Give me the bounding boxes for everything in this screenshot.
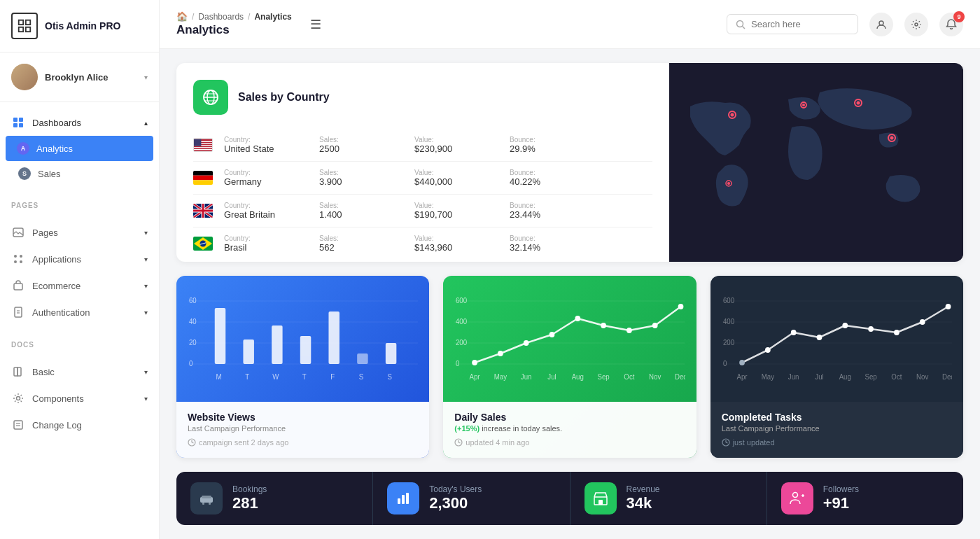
search-box[interactable] — [727, 14, 858, 34]
store-icon — [584, 482, 617, 514]
website-views-meta: campaign sent 2 days ago — [188, 438, 418, 447]
sidebar-item-basic[interactable]: Basic ▾ — [0, 358, 159, 385]
revenue-info: Revenue 34k — [626, 484, 660, 512]
svg-point-152 — [792, 492, 797, 497]
flag-br — [193, 237, 213, 251]
svg-rect-0 — [19, 20, 23, 24]
value-col: Value: $190,700 — [414, 202, 498, 220]
search-input[interactable] — [751, 19, 849, 29]
sales-col: Sales: 1.400 — [319, 202, 403, 220]
svg-text:S: S — [359, 373, 364, 381]
docs-section-label: DOCS — [0, 332, 159, 351]
completed-tasks-title: Completed Tasks — [722, 412, 952, 423]
svg-point-129 — [919, 319, 925, 325]
sales-country-title: Sales by Country — [238, 91, 330, 104]
analytics-label: Analytics — [36, 144, 73, 154]
stat-today-users: Today's Users 2,300 — [373, 472, 570, 525]
svg-point-100 — [652, 323, 658, 328]
svg-text:T: T — [245, 373, 249, 381]
stat-followers: Followers +91 — [767, 472, 963, 525]
breadcrumb-dashboards[interactable]: Dashboards — [198, 12, 244, 22]
apps-icon — [11, 252, 25, 266]
svg-point-23 — [879, 21, 883, 25]
breadcrumb-sep-1: / — [192, 12, 194, 22]
sidebar-item-dashboards[interactable]: Dashboards ▴ — [0, 109, 159, 136]
svg-point-130 — [945, 304, 951, 309]
today-users-info: Today's Users 2,300 — [429, 484, 482, 512]
svg-text:0: 0 — [723, 360, 727, 368]
user-profile[interactable]: Brooklyn Alice ▾ — [0, 52, 159, 102]
bounce-col: Bounce: 23.44% — [510, 202, 594, 220]
svg-text:Sep: Sep — [598, 373, 610, 381]
svg-line-84 — [192, 442, 194, 443]
image-icon — [11, 225, 25, 239]
notifications-button[interactable]: 9 — [939, 13, 963, 36]
sidebar-item-components[interactable]: Components ▾ — [0, 385, 159, 412]
daily-sales-card: 600 400 200 0 — [443, 276, 696, 458]
svg-rect-37 — [193, 171, 213, 176]
sidebar-item-authentication[interactable]: Authentication ▾ — [0, 299, 159, 326]
completed-tasks-meta: just updated — [722, 438, 952, 447]
svg-text:600: 600 — [723, 297, 735, 304]
user-avatar-header[interactable] — [869, 13, 893, 36]
sidebar-item-pages[interactable]: Pages ▾ — [0, 219, 159, 246]
sales-col: Sales: 2500 — [319, 136, 403, 154]
svg-rect-151 — [598, 500, 603, 505]
svg-rect-36 — [194, 139, 201, 146]
settings-icon-button[interactable] — [904, 13, 928, 36]
sidebar-item-analytics[interactable]: A Analytics — [6, 136, 153, 161]
svg-point-123 — [765, 347, 771, 353]
country-row-de: Country: Germany Sales: 3.900 Value: $44… — [193, 162, 652, 195]
svg-text:Apr: Apr — [736, 373, 748, 381]
sales-label: Sales — [38, 169, 61, 179]
user-name: Brooklyn Alice — [45, 72, 137, 83]
svg-text:W: W — [272, 373, 279, 381]
analytics-badge: A — [17, 142, 29, 155]
breadcrumb-sep-2: / — [248, 12, 250, 22]
basic-chevron-icon: ▾ — [144, 368, 148, 376]
svg-text:200: 200 — [456, 339, 468, 346]
svg-point-99 — [626, 328, 632, 333]
svg-point-21 — [737, 20, 743, 27]
country-col: Country: Great Britain — [224, 202, 308, 220]
svg-rect-18 — [14, 421, 22, 429]
hamburger-icon[interactable]: ☰ — [310, 17, 321, 32]
avatar — [11, 64, 38, 90]
chart-row: 60 40 20 0 M T — [176, 276, 963, 458]
svg-text:S: S — [387, 373, 392, 381]
svg-text:20: 20 — [189, 339, 197, 346]
sidebar-item-ecommerce[interactable]: Ecommerce ▾ — [0, 272, 159, 299]
website-views-title: Website Views — [188, 412, 418, 423]
bounce-col: Bounce: 29.9% — [510, 136, 594, 154]
svg-point-11 — [14, 260, 17, 263]
notification-count: 9 — [953, 11, 965, 22]
flag-gb — [193, 204, 213, 218]
svg-point-95 — [524, 340, 529, 346]
svg-text:Nov: Nov — [649, 373, 661, 381]
svg-point-9 — [14, 255, 17, 258]
changelog-label: Change Log — [32, 420, 82, 430]
value-col: Value: $230,900 — [414, 136, 498, 154]
sidebar-item-changelog[interactable]: Change Log — [0, 412, 159, 438]
stat-bookings: Bookings 281 — [176, 472, 373, 525]
sidebar-item-applications[interactable]: Applications ▾ — [0, 246, 159, 272]
website-views-info: Website Views Last Campaign Performance … — [176, 402, 429, 458]
svg-text:F: F — [330, 373, 335, 381]
svg-point-128 — [894, 330, 899, 335]
sidebar-item-sales[interactable]: S Sales — [0, 161, 159, 186]
svg-point-125 — [816, 335, 822, 340]
country-col: Country: Brasil — [224, 234, 308, 253]
dashboards-label: Dashboards — [32, 118, 81, 128]
svg-rect-5 — [19, 118, 23, 122]
applications-label: Applications — [32, 254, 81, 265]
svg-text:40: 40 — [189, 318, 197, 326]
svg-text:Dec: Dec — [942, 373, 952, 381]
pages-label: Pages — [32, 227, 58, 238]
svg-point-97 — [575, 316, 581, 321]
completed-tasks-card: 600 400 200 0 — [710, 276, 963, 458]
person-add-icon — [781, 482, 813, 514]
website-views-card: 60 40 20 0 M T — [176, 276, 429, 458]
svg-text:Jun: Jun — [521, 373, 532, 381]
sales-table: Sales by Country Country: United State S… — [176, 63, 669, 262]
card-header: Sales by Country — [193, 80, 652, 115]
